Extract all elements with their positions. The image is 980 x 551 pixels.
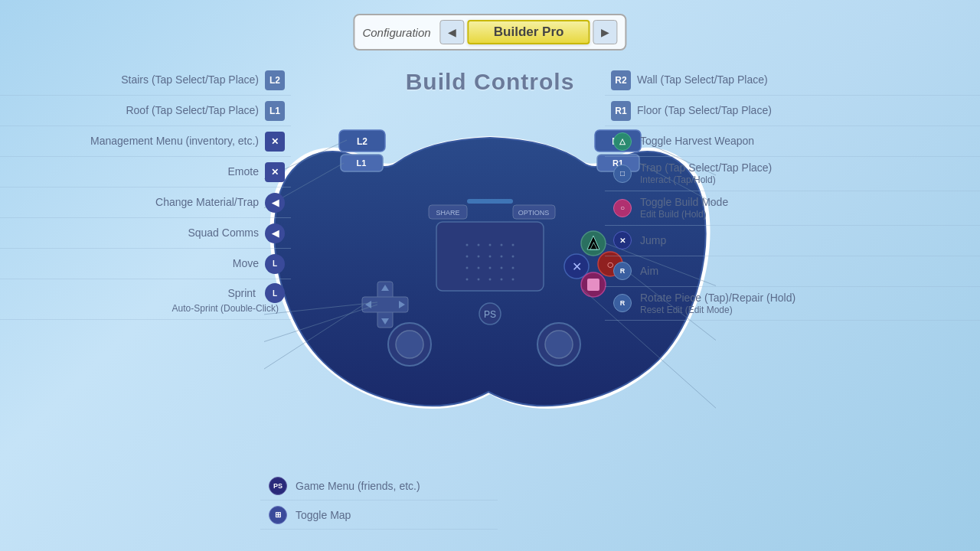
aim-label: Aim — [634, 264, 658, 278]
config-next-button[interactable]: ▶ — [593, 20, 618, 44]
squad-comms-row: Squad Comms ◀ — [0, 218, 291, 249]
svg-point-17 — [512, 244, 514, 246]
move-row: Move L — [0, 249, 291, 279]
roof-row: Roof (Tap Select/Tap Place) L1 — [0, 96, 291, 126]
jump-label: Jump — [634, 233, 666, 247]
svg-point-15 — [489, 244, 492, 246]
toggle-harvest-label: Toggle Harvest Weapon — [634, 134, 754, 148]
config-prev-button[interactable]: ◀ — [440, 20, 465, 44]
toggle-harvest-row: △ Toggle Harvest Weapon — [605, 126, 980, 157]
svg-point-23 — [466, 267, 469, 269]
svg-point-13 — [466, 244, 469, 246]
management-label: Management Menu (inventory, etc.) — [90, 134, 265, 148]
trap-row: □ Trap (Tap Select/Tap Place) Interact (… — [605, 157, 980, 191]
svg-point-20 — [489, 256, 492, 258]
ps-badge: PS — [269, 477, 287, 495]
toggle-map-row: ⊞ Toggle Map — [260, 500, 498, 530]
square-badge: □ — [613, 165, 632, 183]
l1-badge: L1 — [265, 101, 285, 121]
edit-build-label: Edit Build (Hold) — [640, 209, 728, 221]
page-title: Build Controls — [406, 69, 575, 95]
management-row: Management Menu (inventory, etc.) ✕ — [0, 126, 291, 157]
svg-point-27 — [512, 267, 514, 269]
move-label: Move — [233, 256, 265, 270]
r2-badge: R2 — [611, 70, 631, 90]
emote-label: Emote — [228, 165, 265, 178]
r-stick-badge-aim: R — [613, 262, 632, 280]
svg-rect-53 — [587, 279, 599, 291]
cross-badge-emote: ✕ — [265, 162, 285, 182]
svg-point-29 — [478, 279, 480, 281]
cross-badge-management: ✕ — [265, 132, 285, 152]
game-menu-row: PS Game Menu (friends, etc.) — [260, 471, 498, 500]
stairs-row: Stairs (Tap Select/Tap Place) L2 — [0, 65, 291, 96]
aim-row: R Aim — [605, 256, 980, 287]
svg-rect-54 — [467, 199, 513, 204]
svg-point-44 — [545, 331, 573, 358]
l-stick-badge-sprint: L — [265, 283, 285, 303]
bottom-left-panel: PS Game Menu (friends, etc.) ⊞ Toggle Ma… — [260, 471, 498, 530]
config-bar: Configuration ◀ Builder Pro ▶ — [353, 14, 626, 51]
right-panel: R2 Wall (Tap Select/Tap Place) R1 Floor … — [605, 65, 980, 321]
svg-text:L1: L1 — [357, 158, 367, 168]
game-menu-label: Game Menu (friends, etc.) — [289, 480, 420, 492]
emote-row: Emote ✕ — [0, 157, 291, 187]
rotate-label: Rotate Piece (Tap)/Repair (Hold) — [640, 291, 795, 305]
svg-point-26 — [501, 267, 503, 269]
squad-comms-label: Squad Comms — [188, 226, 265, 240]
svg-point-21 — [501, 256, 503, 258]
svg-point-25 — [489, 267, 492, 269]
svg-text:OPTIONS: OPTIONS — [518, 209, 550, 217]
left-panel: Stairs (Tap Select/Tap Place) L2 Roof (T… — [0, 65, 291, 320]
sprint-row: Sprint L Auto-Sprint (Double-Click) — [0, 279, 291, 320]
jump-row: ✕ Jump — [605, 226, 980, 256]
dpad-badge-squads: ◀ — [265, 223, 285, 243]
svg-text:PS: PS — [484, 309, 496, 320]
svg-point-28 — [466, 279, 469, 281]
svg-point-22 — [512, 256, 514, 258]
rotate-row: R Rotate Piece (Tap)/Repair (Hold) Reset… — [605, 287, 980, 321]
change-material-label: Change Material/Trap — [155, 195, 265, 209]
svg-text:SHARE: SHARE — [436, 209, 459, 217]
touchpad-badge: ⊞ — [269, 506, 287, 524]
svg-point-19 — [478, 256, 480, 258]
svg-point-30 — [489, 279, 492, 281]
toggle-map-label: Toggle Map — [289, 509, 351, 521]
svg-point-42 — [396, 331, 423, 358]
toggle-build-label: Toggle Build Mode — [640, 195, 728, 209]
trap-label: Trap (Tap Select/Tap Place) — [640, 161, 772, 174]
cross-badge-jump: ✕ — [613, 231, 632, 249]
svg-point-16 — [501, 244, 503, 246]
main-layout: Configuration ◀ Builder Pro ▶ Build Cont… — [0, 0, 980, 551]
wall-label: Wall (Tap Select/Tap Place) — [631, 73, 768, 86]
svg-point-32 — [512, 279, 514, 281]
wall-row: R2 Wall (Tap Select/Tap Place) — [605, 65, 980, 96]
config-nav: ◀ Builder Pro ▶ — [440, 20, 618, 44]
r1-badge: R1 — [611, 101, 631, 121]
r-stick-badge-rotate: R — [613, 294, 632, 312]
svg-text:△: △ — [590, 239, 598, 251]
sprint-label: Sprint — [227, 286, 262, 300]
floor-row: R1 Floor (Tap Select/Tap Place) — [605, 96, 980, 126]
floor-label: Floor (Tap Select/Tap Place) — [631, 103, 772, 117]
roof-label: Roof (Tap Select/Tap Place) — [126, 103, 265, 117]
svg-text:L2: L2 — [357, 136, 368, 147]
svg-point-14 — [478, 244, 480, 246]
interact-label: Interact (Tap/Hold) — [640, 174, 772, 187]
change-material-row: Change Material/Trap ◀ — [0, 187, 291, 218]
toggle-build-row: ○ Toggle Build Mode Edit Build (Hold) — [605, 191, 980, 226]
svg-point-24 — [478, 267, 480, 269]
stairs-label: Stairs (Tap Select/Tap Place) — [121, 73, 265, 86]
dpad-left-badge: ◀ — [265, 193, 285, 213]
config-name: Builder Pro — [468, 20, 590, 44]
auto-sprint-label: Auto-Sprint (Double-Click) — [172, 303, 285, 315]
reset-edit-label: Reset Edit (Edit Mode) — [640, 305, 795, 317]
svg-text:✕: ✕ — [572, 260, 582, 273]
circle-badge: ○ — [613, 199, 632, 217]
svg-point-18 — [466, 256, 469, 258]
triangle-badge: △ — [613, 132, 632, 151]
config-label: Configuration — [362, 26, 430, 39]
l2-badge: L2 — [265, 70, 285, 90]
l-stick-badge-move: L — [265, 254, 285, 274]
svg-point-31 — [501, 279, 503, 281]
